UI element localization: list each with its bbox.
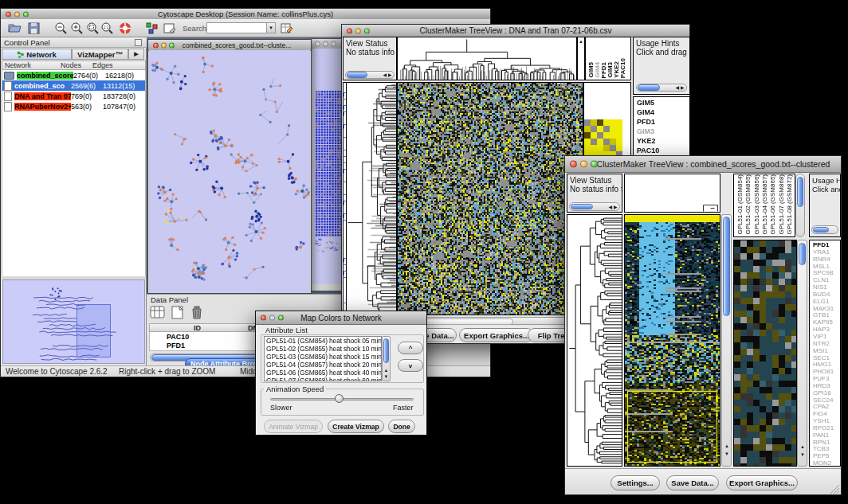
close-icon[interactable] — [261, 315, 266, 321]
tv2-settings-button[interactable]: Settings... — [610, 475, 660, 490]
zoom-icon[interactable] — [331, 41, 336, 47]
network-graph-canvas[interactable] — [149, 50, 310, 293]
network-edges-cell: 16218(0) — [105, 72, 145, 80]
tv2-usage-hscrollbar[interactable] — [811, 225, 838, 234]
tv2-column-label: GPL51-02 (GSM855) — [745, 174, 752, 235]
minimize-icon[interactable] — [161, 42, 167, 48]
open-file-icon[interactable] — [7, 21, 23, 35]
attribute-id-cell: PFD1 — [150, 342, 261, 350]
float-panel-icon[interactable] — [135, 39, 142, 46]
minimize-icon[interactable] — [14, 11, 20, 17]
network-table-header: Network Nodes Edges — [2, 61, 146, 70]
minimize-icon[interactable] — [580, 161, 587, 168]
treeview2-titlebar[interactable]: ClusterMaker TreeView : combined_scores_… — [565, 156, 841, 173]
zoom-icon[interactable] — [169, 42, 175, 48]
tv1-row-label: PFD1 — [634, 116, 689, 126]
move-up-button[interactable]: ^ — [398, 342, 423, 354]
network-overview-panel[interactable] — [2, 279, 145, 364]
create-vizmap-button[interactable]: Create Vizmap — [328, 420, 384, 433]
network-window-titlebar[interactable]: combined_scores_good.txt--cluste... — [148, 40, 311, 51]
network-table-row[interactable]: DNA and Tran 07769(0)183728(0) — [2, 91, 145, 101]
tab-vizmapper[interactable]: VizMapper™ — [72, 49, 128, 60]
search-dropdown-button[interactable]: ▼ — [266, 22, 276, 33]
save-icon[interactable] — [27, 21, 41, 35]
vizmap-nodes-icon[interactable] — [145, 21, 159, 35]
zoom-fit-icon[interactable]: 1:1 — [100, 21, 114, 35]
tv2-labels-vscrollbar[interactable] — [795, 174, 805, 237]
slider-thumb[interactable] — [335, 394, 344, 403]
tv2-heatmap-pane[interactable] — [624, 214, 720, 467]
network-view-window-1[interactable]: combined_scores_good.txt--cluste... — [147, 39, 312, 294]
tv2-left-dendrogram-pane[interactable] — [567, 214, 622, 467]
treeview1-titlebar[interactable]: ClusterMaker TreeView : DNA and Tran 07-… — [342, 25, 689, 37]
search-input[interactable] — [206, 22, 267, 33]
network-overview-canvas[interactable] — [3, 280, 146, 365]
close-icon[interactable] — [153, 42, 159, 48]
gene-label[interactable]: MON2 — [813, 460, 840, 467]
annotation-icon[interactable] — [163, 21, 176, 35]
tv1-usage-hscrollbar[interactable]: ◀▶ — [636, 84, 687, 92]
tv2-heatmap-canvas[interactable] — [625, 215, 720, 466]
tv2-top-dendrogram-canvas[interactable] — [625, 174, 720, 212]
tv1-view-status-pane: View Status No status info f ◀▶ — [343, 37, 397, 80]
network-nodes-cell: 2764(0) — [73, 72, 105, 80]
tv1-left-dendrogram-canvas[interactable] — [347, 83, 396, 315]
done-button[interactable]: Done — [388, 420, 415, 433]
tv1-heatmap-canvas[interactable] — [398, 83, 583, 315]
tv2-export-graphics-button[interactable]: Export Graphics... — [726, 475, 798, 490]
tv2-heatmap-vscrollbar[interactable]: ▲ ▼ — [721, 214, 732, 467]
tab-network[interactable]: Network — [2, 49, 72, 60]
tv1-top-dendrogram-canvas[interactable] — [398, 37, 576, 80]
network-table-row[interactable]: combined_scores2764(0)16218(0) — [2, 70, 145, 80]
zoom-icon[interactable] — [591, 161, 598, 168]
delete-attribute-icon[interactable] — [189, 305, 205, 320]
tv2-top-dendrogram-pane[interactable] — [624, 174, 720, 213]
attribute-list-vscrollbar[interactable]: ▲ ▼ — [382, 336, 391, 381]
tv1-left-dendrogram-pane[interactable] — [346, 82, 397, 315]
close-icon[interactable] — [6, 11, 11, 17]
tv1-mini-heatmap-canvas[interactable] — [584, 119, 622, 158]
tv2-column-label: GPL51-07 (GSM868) — [779, 174, 785, 235]
tv1-top-dendrogram-pane[interactable] — [397, 37, 577, 80]
zoom-selected-icon[interactable] — [85, 21, 100, 35]
tv2-detail-heatmap-canvas[interactable] — [734, 240, 796, 466]
dialog-titlebar[interactable]: Map Colors to Network — [256, 311, 426, 325]
table-edit-icon[interactable] — [280, 21, 293, 35]
resize-grip-icon[interactable] — [830, 484, 840, 494]
minimize-icon[interactable] — [323, 41, 328, 47]
tv1-heatmap-pane[interactable] — [397, 82, 583, 315]
zoom-out-icon[interactable] — [53, 21, 68, 35]
tv2-genelist-vscrollbar[interactable]: ▲ ▼ — [797, 240, 807, 467]
zoom-icon[interactable] — [278, 315, 284, 321]
tv2-status-hscrollbar[interactable]: ◀▶ — [569, 202, 620, 211]
zoom-icon[interactable] — [23, 11, 29, 17]
tv1-row-label: YKE2 — [634, 135, 689, 145]
tv1-export-graphics-button[interactable]: Export Graphics... — [459, 328, 534, 342]
tab-overflow-arrow[interactable]: ▶ — [128, 49, 144, 60]
tv2-gene-list[interactable]: PFD1YRA1RNR4MSL1SPC98CLN1NIS1BUD4ELG1MAK… — [809, 240, 841, 467]
help-lifesaver-icon[interactable] — [118, 21, 132, 35]
tv1-dendro-gutter[interactable]: ▲ — [577, 37, 585, 80]
close-icon[interactable] — [347, 28, 352, 33]
zoom-in-icon[interactable] — [69, 21, 84, 35]
network-table-row[interactable]: combined_sco2569(6)13112(15) — [2, 80, 145, 91]
move-down-button[interactable]: v — [398, 359, 423, 372]
close-icon[interactable] — [315, 41, 320, 47]
animation-speed-label: Animation Speed — [264, 385, 326, 393]
animate-vizmap-button[interactable]: Animate Vizmap — [264, 420, 323, 433]
attribute-list[interactable]: GPL51-01 (GSM854) heat shock 05 minGPL51… — [264, 336, 382, 381]
zoom-icon[interactable] — [364, 28, 370, 33]
minimize-icon[interactable] — [355, 28, 361, 33]
main-titlebar[interactable]: Cytoscape Desktop (Session Name: collins… — [1, 9, 490, 20]
close-icon[interactable] — [570, 161, 577, 168]
tv2-save-data-button[interactable]: Save Data... — [666, 475, 719, 490]
network-window-title: combined_scores_good.txt--cluste... — [168, 41, 292, 49]
tv2-detail-heatmap-pane[interactable] — [733, 240, 797, 467]
tv1-usage-hints-pane: Usage Hints Click and drag to ◀▶ — [633, 37, 690, 95]
tv1-status-hscrollbar[interactable]: ◀▶ — [345, 71, 395, 79]
tv2-left-dendrogram-canvas[interactable] — [567, 215, 622, 466]
table-view-icon[interactable] — [149, 305, 167, 320]
network-table-row[interactable]: RNAPuberNov2+!563(0)107847(0) — [2, 101, 145, 111]
attribute-item[interactable]: GPL51-07 (GSM868) heat shock 60 min — [266, 377, 381, 381]
new-attribute-icon[interactable] — [170, 305, 186, 320]
